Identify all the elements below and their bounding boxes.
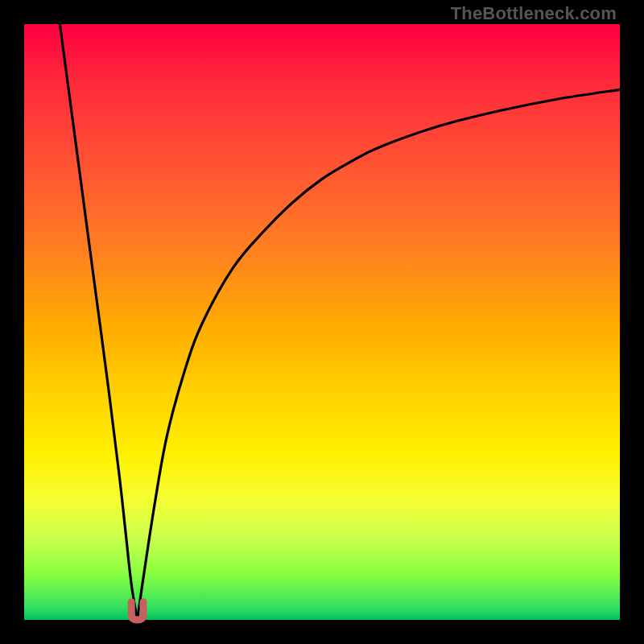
watermark-text: TheBottleneck.com xyxy=(451,3,617,24)
curve-left-branch xyxy=(60,24,137,620)
bottleneck-curve xyxy=(24,24,620,620)
curve-right-branch xyxy=(138,89,620,620)
chart-frame: TheBottleneck.com xyxy=(0,0,644,644)
plot-area xyxy=(24,24,620,620)
